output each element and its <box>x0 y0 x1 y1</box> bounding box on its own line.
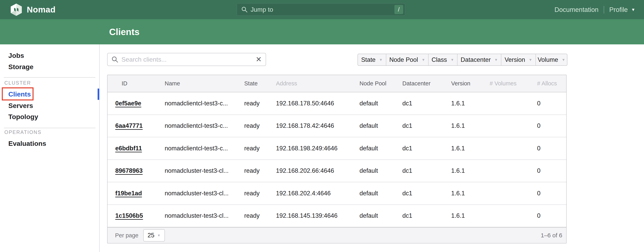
client-allocs: 0 <box>537 122 566 129</box>
table-row[interactable]: 1c1506b5 nomadcluster-test3-cl... ready … <box>108 205 566 228</box>
clients-search-input[interactable]: Search clients... ✕ <box>107 53 266 66</box>
client-datacenter: dc1 <box>402 167 451 174</box>
client-datacenter: dc1 <box>402 100 451 107</box>
page-header: Clients <box>0 19 644 44</box>
profile-menu[interactable]: Profile ▼ <box>609 6 635 13</box>
client-version: 1.6.1 <box>451 167 490 174</box>
sidebar-item-clients[interactable]: Clients <box>8 90 31 98</box>
client-name: nomadclientcl-test3-c... <box>165 122 244 129</box>
client-datacenter: dc1 <box>402 212 451 219</box>
jump-to-search[interactable]: Jump to / <box>237 3 405 16</box>
client-node-pool: default <box>360 167 402 174</box>
table-row[interactable]: 0ef5ae9e nomadclientcl-test3-c... ready … <box>108 92 566 115</box>
client-name: nomadclientcl-test3-c... <box>165 145 244 152</box>
filter-class[interactable]: Class ▼ <box>428 54 457 65</box>
client-state: ready <box>244 100 276 107</box>
nav-links-divider <box>604 6 604 13</box>
sidebar: Jobs Storage CLUSTER Clients Servers Top… <box>0 44 100 252</box>
filter-node-pool[interactable]: Node Pool ▼ <box>386 54 428 65</box>
clear-search-icon[interactable]: ✕ <box>256 56 262 63</box>
client-name: nomadcluster-test3-cl... <box>165 190 244 197</box>
table-row[interactable]: 6aa47771 nomadclientcl-test3-c... ready … <box>108 115 566 138</box>
client-address: 192.168.178.50:4646 <box>276 100 360 107</box>
filter-datacenter[interactable]: Datacenter ▼ <box>457 54 501 65</box>
sidebar-item-storage[interactable]: Storage <box>8 63 34 71</box>
client-datacenter: dc1 <box>402 190 451 197</box>
search-icon <box>112 56 118 63</box>
client-state: ready <box>244 122 276 129</box>
client-name: nomadclientcl-test3-c... <box>165 100 244 107</box>
client-allocs: 0 <box>537 167 566 174</box>
column-header-version[interactable]: Version <box>451 80 490 87</box>
chevron-down-icon: ▼ <box>422 58 425 62</box>
table-footer: Per page 25 ▼ 1–6 of 6 <box>108 227 566 243</box>
column-header-datacenter[interactable]: Datacenter <box>402 80 451 87</box>
client-id-link[interactable]: f19be1ad <box>115 190 142 197</box>
chevron-down-icon: ▼ <box>494 58 498 62</box>
page-title: Clients <box>109 26 140 37</box>
table-row[interactable]: e6bdbf11 nomadclientcl-test3-c... ready … <box>108 137 566 160</box>
sidebar-item-topology[interactable]: Topology <box>8 113 38 121</box>
filter-bar: State ▼ Node Pool ▼ Class ▼ Datacenter ▼… <box>358 54 568 66</box>
per-page-value: 25 <box>148 232 154 239</box>
active-item-indicator <box>98 89 99 100</box>
client-state: ready <box>244 190 276 197</box>
column-header-state[interactable]: State <box>244 80 276 87</box>
search-placeholder: Search clients... <box>122 56 256 63</box>
top-nav: Nomad Jump to / Documentation Profile ▼ <box>0 0 644 19</box>
table-header: ID Name State Address Node Pool Datacent… <box>108 75 566 92</box>
shortcut-key-badge: / <box>394 5 403 14</box>
pagination-range: 1–6 of 6 <box>541 232 562 239</box>
search-icon <box>241 6 248 13</box>
sidebar-item-evaluations[interactable]: Evaluations <box>8 140 46 147</box>
sidebar-section-cluster: CLUSTER <box>4 80 31 86</box>
brand-name: Nomad <box>27 5 56 14</box>
client-node-pool: default <box>360 100 402 107</box>
chevron-down-icon: ▼ <box>379 58 383 62</box>
column-header-name[interactable]: Name <box>165 80 244 87</box>
table-row[interactable]: f19be1ad nomadcluster-test3-cl... ready … <box>108 182 566 205</box>
client-id-link[interactable]: 89678963 <box>115 167 143 174</box>
chevron-down-icon: ▼ <box>450 58 454 62</box>
nomad-logo-icon <box>10 3 22 16</box>
client-name: nomadcluster-test3-cl... <box>165 212 244 219</box>
filter-version-label: Version <box>504 56 525 63</box>
client-address: 192.168.202.66:4646 <box>276 167 360 174</box>
column-header-allocs: # Allocs <box>537 80 566 87</box>
client-name: nomadcluster-test3-cl... <box>165 167 244 174</box>
client-id-link[interactable]: 1c1506b5 <box>115 212 143 219</box>
client-state: ready <box>244 212 276 219</box>
client-allocs: 0 <box>537 212 566 219</box>
client-state: ready <box>244 145 276 152</box>
client-address: 192.168.145.139:4646 <box>276 212 360 219</box>
client-id-link[interactable]: e6bdbf11 <box>115 145 142 152</box>
client-node-pool: default <box>360 145 402 152</box>
client-id-link[interactable]: 0ef5ae9e <box>115 100 141 107</box>
sidebar-item-jobs[interactable]: Jobs <box>8 52 24 59</box>
nav-links: Documentation Profile ▼ <box>554 6 635 13</box>
profile-label: Profile <box>609 6 628 13</box>
client-datacenter: dc1 <box>402 145 451 152</box>
nomad-brand[interactable]: Nomad <box>10 3 56 16</box>
table-row[interactable]: 89678963 nomadcluster-test3-cl... ready … <box>108 160 566 183</box>
filter-state[interactable]: State ▼ <box>358 54 386 65</box>
client-allocs: 0 <box>537 190 566 197</box>
sidebar-divider <box>4 128 96 128</box>
sidebar-item-servers[interactable]: Servers <box>8 102 33 110</box>
column-header-node-pool[interactable]: Node Pool <box>360 80 402 87</box>
chevron-down-icon: ▼ <box>529 58 532 62</box>
chevron-down-icon: ▼ <box>157 234 160 237</box>
client-node-pool: default <box>360 212 402 219</box>
filter-volume[interactable]: Volume ▼ <box>536 54 567 65</box>
filter-node-pool-label: Node Pool <box>389 56 418 63</box>
column-header-id[interactable]: ID <box>115 80 165 87</box>
documentation-link[interactable]: Documentation <box>554 6 598 13</box>
client-address: 192.168.198.249:4646 <box>276 145 360 152</box>
per-page-label: Per page <box>115 232 138 239</box>
filter-version[interactable]: Version ▼ <box>501 54 536 65</box>
client-version: 1.6.1 <box>451 190 490 197</box>
per-page-select[interactable]: 25 ▼ <box>143 229 165 242</box>
client-id-link[interactable]: 6aa47771 <box>115 122 143 129</box>
client-address: 192.168.178.42:4646 <box>276 122 360 129</box>
filter-state-label: State <box>361 56 375 63</box>
